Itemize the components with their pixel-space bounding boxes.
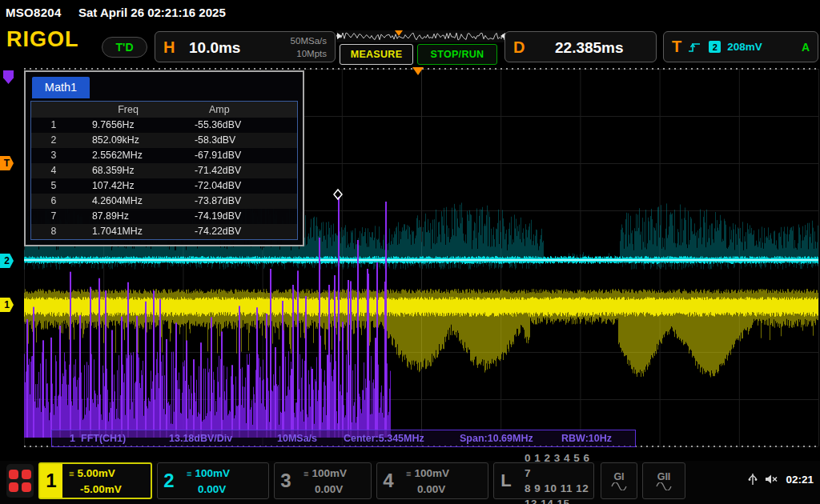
mcell-n: 2 (31, 133, 76, 148)
mcell-n: 4 (31, 163, 76, 178)
math-row: 5107.42Hz-72.04dBV (31, 178, 297, 194)
math-row: 787.89Hz-74.19dBV (31, 209, 297, 224)
channel1-scale: 5.00mV (77, 467, 115, 479)
trigger-mode-indicator: A (802, 41, 810, 54)
delay-value: 22.385ms (555, 39, 624, 57)
bottom-status-bar: 1 ≡5.00mV -5.00mV 2 ≡100mV 0.00V 3 ≡100m… (0, 461, 820, 504)
menu-button[interactable] (6, 464, 34, 498)
channel1-number: 1 (40, 464, 62, 498)
mcell-freq: 68.359Hz (76, 163, 180, 178)
menu-grid-icon (9, 470, 18, 479)
mcell-amp: -71.42dBV (180, 163, 297, 178)
t-label: T (672, 38, 681, 56)
acquisition-info: 50MSa/s 10Mpts (291, 34, 327, 60)
measure-button[interactable]: MEASURE (340, 44, 413, 65)
generator1-box[interactable]: GI (601, 462, 637, 499)
trigger-source-chip: 2 (709, 41, 721, 53)
channel4-box[interactable]: 4 ≡100mV 0.00V (376, 462, 488, 499)
generator2-box[interactable]: GII (642, 462, 685, 499)
trigger-status-badge: T'D (102, 37, 147, 58)
hpos-waveform-icon (336, 30, 506, 42)
channel1-offset: -5.00mV (69, 482, 151, 497)
math-row: 2852.09kHz-58.3dBV (31, 133, 297, 148)
channel3-number: 3 (275, 463, 297, 498)
stop-run-button[interactable]: STOP/RUN (417, 44, 497, 65)
trigger-slope-icon (688, 41, 702, 54)
horizontal-settings-box[interactable]: H 10.0ms 50MSa/s 10Mpts (155, 31, 336, 62)
speaker-muted-icon (765, 474, 778, 485)
memory-depth: 10Mpts (291, 47, 327, 60)
la-label: L (494, 463, 518, 498)
coupling-icon: ≡ (406, 469, 411, 478)
menu-grid-icon (22, 470, 31, 479)
channel4-scale-line: ≡100mV (406, 466, 488, 482)
la-digits-row1: 0 1 2 3 4 5 6 7 (525, 450, 593, 481)
channel2-scale: 100mV (195, 467, 230, 479)
sine-wave-icon (611, 482, 627, 490)
la-digits-row2: 8 9 10 11 12 13 14 15 (525, 481, 593, 504)
fft-span: Span:10.69MHz (460, 431, 533, 446)
mcell-n: 6 (31, 194, 76, 209)
channel4-offset: 0.00V (406, 482, 488, 497)
math1-window: Math1 Freq Amp 19.7656Hz-55.36dBV2852.09… (24, 70, 304, 246)
top-status-bar: MSO8204 Sat April 26 02:21:16 2025 (0, 0, 820, 24)
fft-center: Center:5.345MHz (344, 431, 424, 446)
channel1-box[interactable]: 1 ≡5.00mV -5.00mV (38, 462, 152, 499)
mcell-n: 1 (31, 118, 76, 133)
mcell-freq: 2.5562MHz (76, 148, 180, 163)
math-row: 468.359Hz-71.42dBV (31, 163, 297, 178)
math-row: 64.2604MHz-73.87dBV (31, 194, 297, 209)
header-index-cell (31, 102, 76, 118)
generator2-label: GII (657, 471, 671, 482)
model-name: MSO8204 (6, 6, 62, 19)
coupling-icon: ≡ (303, 469, 308, 478)
channel2-box[interactable]: 2 ≡100mV 0.00V (157, 462, 269, 499)
fft-status-bar[interactable]: 1 FFT(CH1) 13.18dBV/Div 10MSa/s Center:5… (51, 430, 636, 447)
channel3-scale-line: ≡100mV (303, 466, 371, 482)
mcell-n: 5 (31, 178, 76, 194)
mcell-freq: 87.89Hz (76, 209, 180, 224)
fft-function: FFT(CH1) (81, 431, 126, 446)
channel2-scale-line: ≡100mV (187, 466, 268, 482)
fft-sample-rate: 10MSa/s (277, 431, 317, 446)
channel3-scale: 100mV (312, 467, 347, 479)
mcell-amp: -72.04dBV (180, 178, 297, 194)
math-row: 19.7656Hz-55.36dBV (31, 118, 297, 133)
mcell-freq: 9.7656Hz (76, 118, 180, 133)
mcell-freq: 107.42Hz (76, 178, 180, 194)
trigger-level-value: 208mV (727, 41, 762, 53)
mcell-amp: -73.87dBV (180, 194, 297, 209)
generator1-label: GI (613, 471, 624, 482)
math-table-rows: 19.7656Hz-55.36dBV2852.09kHz-58.3dBV32.5… (31, 118, 297, 239)
channel4-scale: 100mV (414, 467, 449, 479)
horizontal-position-strip[interactable] (336, 30, 506, 42)
h-label: H (163, 38, 175, 57)
mcell-amp: -74.22dBV (180, 224, 297, 239)
system-icons: 02:21 (748, 473, 814, 486)
d-label: D (513, 38, 525, 57)
oscilloscope-screen: MSO8204 Sat April 26 02:21:16 2025 RIGOL… (0, 0, 820, 504)
channel2-offset: 0.00V (187, 482, 268, 497)
menu-grid-icon (9, 482, 18, 492)
channel3-box[interactable]: 3 ≡100mV 0.00V (274, 462, 372, 499)
mcell-amp: -67.91dBV (180, 148, 297, 163)
trigger-position-indicator[interactable] (412, 67, 424, 75)
fft-rbw: RBW:10Hz (561, 431, 612, 446)
mcell-n: 7 (31, 209, 76, 224)
menu-grid-icon (22, 482, 31, 492)
channel3-offset: 0.00V (303, 482, 371, 497)
logic-analyzer-box[interactable]: L 0 1 2 3 4 5 6 7 8 9 10 11 12 13 14 15 (493, 462, 594, 499)
header-freq-cell: Freq (76, 102, 180, 118)
math-table-header: Freq Amp (31, 102, 297, 118)
mcell-amp: -55.36dBV (180, 118, 297, 133)
math-row: 81.7041MHz-74.22dBV (31, 224, 297, 239)
trigger-box[interactable]: T 2 208mV A (663, 31, 818, 62)
clock-text: 02:21 (786, 474, 814, 486)
hpos-trigger-marker-icon[interactable] (395, 30, 403, 36)
mcell-freq: 852.09kHz (76, 133, 180, 148)
mcell-amp: -74.19dBV (180, 209, 297, 224)
delay-box[interactable]: D 22.385ms (504, 31, 657, 62)
math1-tab[interactable]: Math1 (32, 77, 90, 98)
fft-scale: 13.18dBV/Div (169, 431, 232, 446)
datetime-text: Sat April 26 02:21:16 2025 (78, 6, 226, 19)
